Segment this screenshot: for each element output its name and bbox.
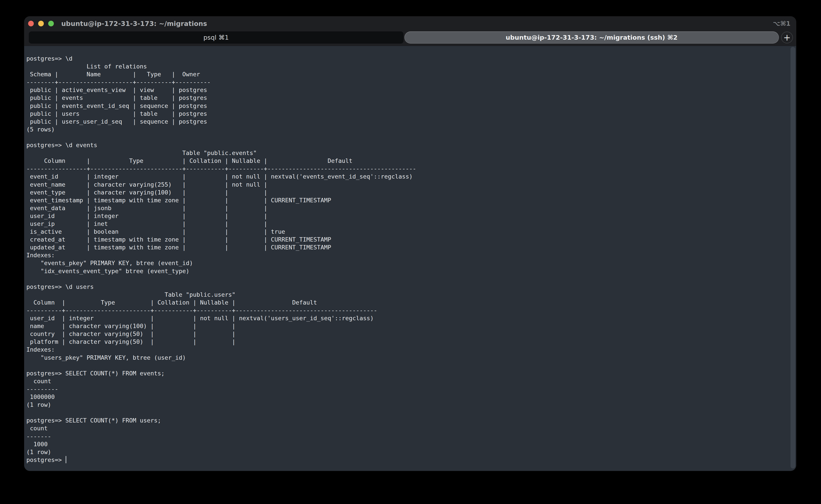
tab-ssh-migrations[interactable]: ubuntu@ip-172-31-3-173: ~/migrations (ss…	[404, 31, 779, 44]
prompt-line: postgres=>	[26, 456, 783, 464]
minimize-button[interactable]	[38, 21, 44, 26]
tab-psql[interactable]: psql ⌘1	[29, 31, 404, 44]
terminal-window: ubuntu@ip-172-31-3-173: ~/migrations ⌥⌘1…	[24, 16, 796, 471]
window-title: ubuntu@ip-172-31-3-173: ~/migrations	[61, 20, 207, 27]
psql-output: postgres=> \d List of relations Schema |…	[26, 55, 783, 456]
new-tab-button[interactable]: +	[781, 32, 793, 43]
tab-bar: psql ⌘1 ubuntu@ip-172-31-3-173: ~/migrat…	[24, 31, 796, 46]
close-button[interactable]	[28, 21, 34, 26]
scrollbar[interactable]	[790, 47, 795, 468]
window-chrome: ubuntu@ip-172-31-3-173: ~/migrations ⌥⌘1…	[24, 16, 796, 46]
text-cursor	[66, 456, 66, 463]
traffic-lights	[28, 21, 54, 26]
titlebar[interactable]: ubuntu@ip-172-31-3-173: ~/migrations ⌥⌘1	[24, 16, 796, 31]
window-shortcut-hint: ⌥⌘1	[773, 20, 790, 27]
terminal-screen[interactable]: postgres=> \d List of relations Schema |…	[24, 46, 796, 471]
zoom-button[interactable]	[48, 21, 54, 26]
prompt: postgres=>	[26, 456, 65, 463]
